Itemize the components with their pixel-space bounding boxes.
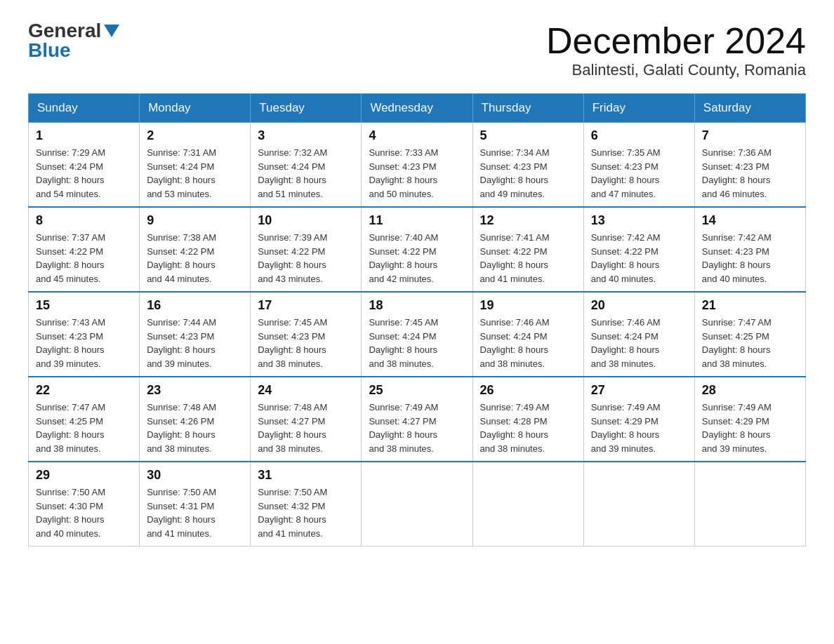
day-number: 17 xyxy=(258,298,354,313)
day-info: Sunrise: 7:42 AM Sunset: 4:22 PM Dayligh… xyxy=(591,231,687,286)
svg-marker-0 xyxy=(104,25,119,37)
day-number: 28 xyxy=(702,383,798,398)
day-info: Sunrise: 7:49 AM Sunset: 4:29 PM Dayligh… xyxy=(702,401,798,455)
logo-blue-text: Blue xyxy=(28,41,71,60)
day-info: Sunrise: 7:32 AM Sunset: 4:24 PM Dayligh… xyxy=(258,146,354,201)
day-number: 18 xyxy=(369,298,465,313)
day-info: Sunrise: 7:46 AM Sunset: 4:24 PM Dayligh… xyxy=(480,316,576,370)
day-info: Sunrise: 7:33 AM Sunset: 4:23 PM Dayligh… xyxy=(369,146,465,201)
day-number: 7 xyxy=(702,128,798,143)
day-info: Sunrise: 7:46 AM Sunset: 4:24 PM Dayligh… xyxy=(591,316,687,370)
day-info: Sunrise: 7:45 AM Sunset: 4:24 PM Dayligh… xyxy=(369,316,465,370)
day-info: Sunrise: 7:50 AM Sunset: 4:32 PM Dayligh… xyxy=(258,485,354,540)
calendar-header-row: SundayMondayTuesdayWednesdayThursdayFrid… xyxy=(29,94,806,123)
calendar-cell xyxy=(472,462,583,546)
day-number: 5 xyxy=(480,128,576,143)
day-number: 22 xyxy=(36,383,132,398)
page-header: General Blue December 2024 Balintesti, G… xyxy=(28,21,806,79)
calendar-cell: 29 Sunrise: 7:50 AM Sunset: 4:30 PM Dayl… xyxy=(29,462,140,546)
day-info: Sunrise: 7:31 AM Sunset: 4:24 PM Dayligh… xyxy=(147,146,243,201)
day-number: 3 xyxy=(258,128,354,143)
calendar-cell: 31 Sunrise: 7:50 AM Sunset: 4:32 PM Dayl… xyxy=(251,462,362,546)
day-number: 6 xyxy=(591,128,687,143)
day-number: 30 xyxy=(147,468,243,483)
weekday-header: Wednesday xyxy=(362,94,472,123)
weekday-header: Sunday xyxy=(29,94,140,123)
calendar-cell: 12 Sunrise: 7:41 AM Sunset: 4:22 PM Dayl… xyxy=(472,207,583,292)
calendar-week-row: 1 Sunrise: 7:29 AM Sunset: 4:24 PM Dayli… xyxy=(29,123,806,208)
day-number: 14 xyxy=(702,213,798,228)
day-info: Sunrise: 7:29 AM Sunset: 4:24 PM Dayligh… xyxy=(36,146,132,201)
day-info: Sunrise: 7:49 AM Sunset: 4:29 PM Dayligh… xyxy=(591,401,687,455)
day-number: 23 xyxy=(147,383,243,398)
day-number: 4 xyxy=(369,128,465,143)
weekday-header: Monday xyxy=(140,94,251,123)
calendar-cell: 27 Sunrise: 7:49 AM Sunset: 4:29 PM Dayl… xyxy=(583,377,694,462)
calendar-table: SundayMondayTuesdayWednesdayThursdayFrid… xyxy=(28,93,806,546)
calendar-cell: 24 Sunrise: 7:48 AM Sunset: 4:27 PM Dayl… xyxy=(251,377,362,462)
day-number: 27 xyxy=(591,383,687,398)
day-info: Sunrise: 7:36 AM Sunset: 4:23 PM Dayligh… xyxy=(702,146,798,201)
calendar-cell: 5 Sunrise: 7:34 AM Sunset: 4:23 PM Dayli… xyxy=(472,123,583,208)
calendar-cell: 20 Sunrise: 7:46 AM Sunset: 4:24 PM Dayl… xyxy=(583,292,694,377)
calendar-week-row: 15 Sunrise: 7:43 AM Sunset: 4:23 PM Dayl… xyxy=(29,292,806,377)
calendar-cell: 17 Sunrise: 7:45 AM Sunset: 4:23 PM Dayl… xyxy=(251,292,362,377)
day-info: Sunrise: 7:39 AM Sunset: 4:22 PM Dayligh… xyxy=(258,231,354,286)
calendar-cell: 1 Sunrise: 7:29 AM Sunset: 4:24 PM Dayli… xyxy=(29,123,140,208)
day-number: 15 xyxy=(36,298,132,313)
calendar-cell: 13 Sunrise: 7:42 AM Sunset: 4:22 PM Dayl… xyxy=(583,207,694,292)
calendar-week-row: 29 Sunrise: 7:50 AM Sunset: 4:30 PM Dayl… xyxy=(29,462,806,546)
day-number: 25 xyxy=(369,383,465,398)
calendar-cell: 11 Sunrise: 7:40 AM Sunset: 4:22 PM Dayl… xyxy=(362,207,472,292)
calendar-cell: 18 Sunrise: 7:45 AM Sunset: 4:24 PM Dayl… xyxy=(362,292,472,377)
day-info: Sunrise: 7:50 AM Sunset: 4:30 PM Dayligh… xyxy=(36,485,132,540)
calendar-cell: 4 Sunrise: 7:33 AM Sunset: 4:23 PM Dayli… xyxy=(362,123,472,208)
day-info: Sunrise: 7:50 AM Sunset: 4:31 PM Dayligh… xyxy=(147,485,243,540)
weekday-header: Thursday xyxy=(472,94,583,123)
calendar-cell: 6 Sunrise: 7:35 AM Sunset: 4:23 PM Dayli… xyxy=(583,123,694,208)
calendar-cell: 30 Sunrise: 7:50 AM Sunset: 4:31 PM Dayl… xyxy=(140,462,251,546)
calendar-cell: 21 Sunrise: 7:47 AM Sunset: 4:25 PM Dayl… xyxy=(694,292,805,377)
day-info: Sunrise: 7:38 AM Sunset: 4:22 PM Dayligh… xyxy=(147,231,243,286)
calendar-cell: 23 Sunrise: 7:48 AM Sunset: 4:26 PM Dayl… xyxy=(140,377,251,462)
day-info: Sunrise: 7:45 AM Sunset: 4:23 PM Dayligh… xyxy=(258,316,354,370)
day-info: Sunrise: 7:49 AM Sunset: 4:28 PM Dayligh… xyxy=(480,401,576,455)
day-info: Sunrise: 7:49 AM Sunset: 4:27 PM Dayligh… xyxy=(369,401,465,455)
day-info: Sunrise: 7:47 AM Sunset: 4:25 PM Dayligh… xyxy=(702,316,798,370)
day-number: 12 xyxy=(480,213,576,228)
day-info: Sunrise: 7:42 AM Sunset: 4:23 PM Dayligh… xyxy=(702,231,798,286)
calendar-cell xyxy=(583,462,694,546)
day-info: Sunrise: 7:48 AM Sunset: 4:26 PM Dayligh… xyxy=(147,401,243,455)
logo-triangle-icon xyxy=(104,25,119,37)
day-number: 29 xyxy=(36,468,132,483)
calendar-cell: 2 Sunrise: 7:31 AM Sunset: 4:24 PM Dayli… xyxy=(140,123,251,208)
calendar-cell: 16 Sunrise: 7:44 AM Sunset: 4:23 PM Dayl… xyxy=(140,292,251,377)
day-number: 1 xyxy=(36,128,132,143)
day-number: 21 xyxy=(702,298,798,313)
calendar-cell: 10 Sunrise: 7:39 AM Sunset: 4:22 PM Dayl… xyxy=(251,207,362,292)
day-number: 16 xyxy=(147,298,243,313)
weekday-header: Friday xyxy=(583,94,694,123)
day-number: 24 xyxy=(258,383,354,398)
calendar-week-row: 22 Sunrise: 7:47 AM Sunset: 4:25 PM Dayl… xyxy=(29,377,806,462)
calendar-cell: 14 Sunrise: 7:42 AM Sunset: 4:23 PM Dayl… xyxy=(694,207,805,292)
month-title: December 2024 xyxy=(546,21,806,61)
day-number: 31 xyxy=(258,468,354,483)
weekday-header: Saturday xyxy=(694,94,805,123)
calendar-cell: 3 Sunrise: 7:32 AM Sunset: 4:24 PM Dayli… xyxy=(251,123,362,208)
day-info: Sunrise: 7:37 AM Sunset: 4:22 PM Dayligh… xyxy=(36,231,132,286)
calendar-cell: 26 Sunrise: 7:49 AM Sunset: 4:28 PM Dayl… xyxy=(472,377,583,462)
day-info: Sunrise: 7:48 AM Sunset: 4:27 PM Dayligh… xyxy=(258,401,354,455)
logo: General Blue xyxy=(28,21,119,60)
day-info: Sunrise: 7:43 AM Sunset: 4:23 PM Dayligh… xyxy=(36,316,132,370)
calendar-cell: 28 Sunrise: 7:49 AM Sunset: 4:29 PM Dayl… xyxy=(694,377,805,462)
calendar-cell: 22 Sunrise: 7:47 AM Sunset: 4:25 PM Dayl… xyxy=(29,377,140,462)
calendar-cell xyxy=(694,462,805,546)
day-info: Sunrise: 7:34 AM Sunset: 4:23 PM Dayligh… xyxy=(480,146,576,201)
day-number: 10 xyxy=(258,213,354,228)
day-number: 26 xyxy=(480,383,576,398)
calendar-cell: 8 Sunrise: 7:37 AM Sunset: 4:22 PM Dayli… xyxy=(29,207,140,292)
day-info: Sunrise: 7:35 AM Sunset: 4:23 PM Dayligh… xyxy=(591,146,687,201)
logo-general-text: General xyxy=(28,21,101,41)
calendar-cell: 19 Sunrise: 7:46 AM Sunset: 4:24 PM Dayl… xyxy=(472,292,583,377)
